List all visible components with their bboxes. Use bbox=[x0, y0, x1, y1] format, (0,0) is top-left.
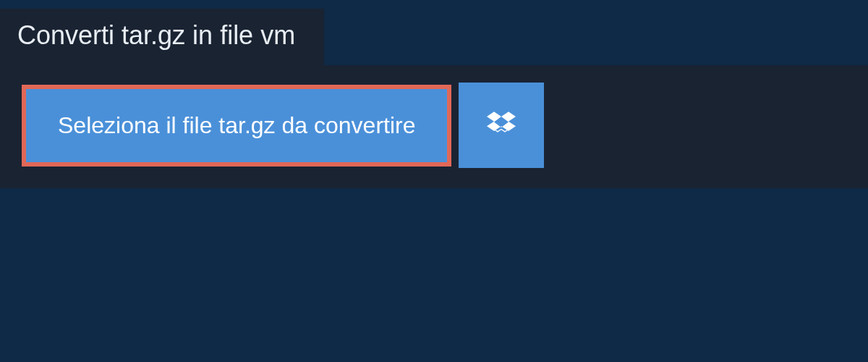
select-file-button[interactable]: Seleziona il file tar.gz da convertire bbox=[22, 85, 451, 167]
page-title: Converti tar.gz in file vm bbox=[17, 20, 295, 50]
upload-panel: Seleziona il file tar.gz da convertire bbox=[0, 65, 868, 188]
dropbox-button[interactable] bbox=[459, 83, 544, 168]
page-title-tab: Converti tar.gz in file vm bbox=[0, 9, 324, 65]
select-file-label: Seleziona il file tar.gz da convertire bbox=[58, 112, 415, 139]
dropbox-icon bbox=[487, 109, 516, 141]
